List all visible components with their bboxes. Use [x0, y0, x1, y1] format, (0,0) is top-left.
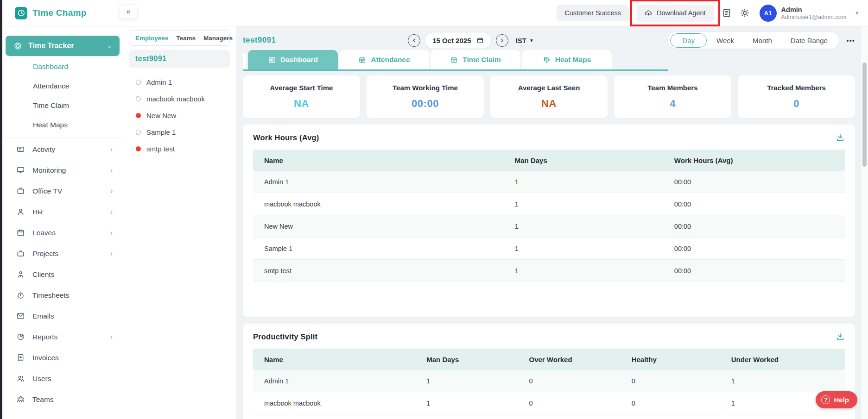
sidebar-collapse-button[interactable]: «: [119, 4, 138, 19]
table-row-macbook-macbook[interactable]: macbook macbook100:00: [253, 193, 845, 215]
cell: Admin 1: [264, 377, 426, 385]
sidebar-item-label: Users: [32, 375, 51, 383]
brand-logo: Time Champ: [2, 7, 123, 19]
chevron-down-icon: ▼: [529, 38, 534, 43]
tab-label: Dashboard: [280, 56, 318, 64]
next-date-button[interactable]: [496, 34, 508, 47]
tab-managers[interactable]: Managers: [203, 35, 233, 42]
sidebar-item-teams[interactable]: Teams: [2, 389, 123, 410]
sidebar-item-emails[interactable]: Emails: [2, 306, 123, 326]
member-name: Admin 1: [146, 78, 172, 86]
member-smtp-test[interactable]: smtp test: [136, 140, 230, 157]
user-profile-menu[interactable]: A1 Admin Adminuser1@admin.com ▼: [760, 5, 860, 22]
table-row-smtp-test[interactable]: smtp test100:00: [253, 260, 845, 282]
chevron-down-icon: ⌄: [107, 43, 112, 49]
stat-label: Average Start Time: [270, 84, 333, 92]
column-header-healthy: Healthy: [632, 356, 731, 363]
member-list: Admin 1macbook macbookNew NewSample 1smt…: [129, 68, 230, 157]
sidebar-item-hr[interactable]: HR›: [2, 201, 123, 222]
sidebar-item-timesheets[interactable]: Timesheets: [2, 285, 123, 306]
panel-title: Work Hours (Avg): [253, 133, 319, 142]
cell: smtp test: [264, 267, 515, 275]
monitor-icon: [16, 166, 25, 175]
sidebar-subitem-heat-maps[interactable]: Heat Maps: [2, 115, 123, 135]
cell: macbook macbook: [264, 400, 426, 407]
timezone-selector[interactable]: IST ▼: [516, 37, 534, 44]
timezone-value: IST: [516, 37, 526, 44]
cell: 1: [426, 400, 529, 407]
member-macbook-macbook[interactable]: macbook macbook: [136, 90, 230, 107]
sidebar-item-clients[interactable]: Clients: [2, 264, 123, 285]
gear-icon[interactable]: [740, 8, 750, 18]
customer-success-button[interactable]: Customer Success: [557, 5, 629, 21]
cell: 1: [515, 267, 674, 275]
sidebar-item-time-tracker[interactable]: Time Tracker ⌄: [6, 36, 120, 56]
sidebar-item-users[interactable]: Users: [2, 368, 123, 389]
stat-value: 00:00: [412, 98, 439, 110]
team-group-header[interactable]: test9091: [129, 50, 230, 68]
table-row-sample-1[interactable]: Sample 1100:00: [253, 238, 845, 260]
tab-employees[interactable]: Employees: [135, 35, 168, 42]
tab-dashboard[interactable]: Dashboard: [248, 50, 338, 69]
activity-icon: [16, 145, 25, 154]
sidebar-subitem-time-claim[interactable]: Time Claim: [2, 96, 123, 115]
sidebar-subitem-attendance[interactable]: Attendance: [2, 76, 123, 96]
tab-label: Heat Maps: [555, 56, 591, 64]
productivity-split-panel: Productivity Split NameMan DaysOver Work…: [243, 324, 855, 419]
more-options-button[interactable]: •••: [847, 37, 855, 44]
column-header-name: Name: [264, 356, 426, 363]
table-row-macbook-macbook[interactable]: macbook macbook1001: [253, 392, 845, 414]
sidebar-item-leaves[interactable]: Leaves›: [2, 222, 123, 243]
stat-value: NA: [294, 98, 309, 110]
view-option-week[interactable]: Week: [708, 33, 743, 48]
calendar-icon: [476, 37, 484, 44]
member-admin-1[interactable]: Admin 1: [136, 74, 230, 90]
notes-document-icon[interactable]: [722, 8, 732, 18]
sidebar-item-label: Teams: [32, 395, 54, 404]
sidebar-subitem-dashboard[interactable]: Dashboard: [2, 57, 123, 76]
vertical-scrollbar-thumb[interactable]: [862, 63, 867, 167]
download-report-icon[interactable]: [836, 332, 845, 341]
stat-card-team-working-time: Team Working Time00:00: [367, 75, 484, 118]
sidebar-item-invoices[interactable]: Invoices: [2, 347, 123, 368]
tab-attendance[interactable]: Attendance: [339, 50, 429, 69]
cell: 0: [632, 377, 731, 385]
download-agent-annotation: Download Agent: [637, 5, 714, 22]
view-option-day[interactable]: Day: [670, 33, 707, 48]
table-row-admin-1[interactable]: Admin 11001: [253, 370, 845, 392]
tab-time-claim[interactable]: Time Claim: [431, 50, 520, 69]
help-label: Help: [834, 396, 849, 404]
stat-card-average-last-seen: Average Last SeenNA: [490, 75, 608, 118]
download-agent-button[interactable]: Download Agent: [637, 5, 714, 22]
sidebar-item-monitoring[interactable]: Monitoring›: [2, 160, 123, 181]
help-button[interactable]: ? Help: [816, 391, 857, 408]
view-option-month[interactable]: Month: [744, 33, 781, 48]
sidebar-item-office-tv[interactable]: Office TV›: [2, 181, 123, 201]
table-row-new-new[interactable]: New New100:00: [253, 215, 845, 238]
download-report-icon[interactable]: [836, 133, 845, 142]
chevron-left-icon: [411, 38, 417, 44]
stat-label: Average Last Seen: [518, 84, 580, 92]
column-header-man-days: Man Days: [515, 156, 674, 164]
work-hours-panel: Work Hours (Avg) NameMan DaysWork Hours …: [243, 125, 855, 317]
date-picker[interactable]: 15 Oct 2025: [424, 32, 491, 49]
date-navigation: 15 Oct 2025 IST ▼: [408, 32, 534, 49]
tab-label: Attendance: [371, 56, 410, 64]
main-content: test9091 15 Oct 2025 IST: [236, 26, 868, 419]
previous-date-button[interactable]: [408, 34, 420, 47]
member-sample-1[interactable]: Sample 1: [136, 124, 230, 140]
sidebar-item-reports[interactable]: Reports›: [2, 326, 123, 347]
stopwatch-icon: [16, 291, 25, 300]
status-dot-offline: [136, 130, 141, 135]
sidebar-item-activity[interactable]: Activity›: [2, 139, 123, 160]
calendar-icon: [16, 228, 25, 237]
tab-heat-maps[interactable]: Heat Maps: [522, 50, 612, 69]
sidebar-item-projects[interactable]: Projects›: [2, 243, 123, 264]
view-option-date-range[interactable]: Date Range: [782, 33, 836, 48]
table-row-admin-1[interactable]: Admin 1100:00: [253, 171, 845, 193]
member-new-new[interactable]: New New: [136, 107, 230, 124]
cloud-download-icon: [645, 9, 653, 17]
clock-icon: [15, 7, 27, 19]
stat-label: Tracked Members: [767, 84, 826, 92]
tab-teams[interactable]: Teams: [176, 35, 196, 42]
